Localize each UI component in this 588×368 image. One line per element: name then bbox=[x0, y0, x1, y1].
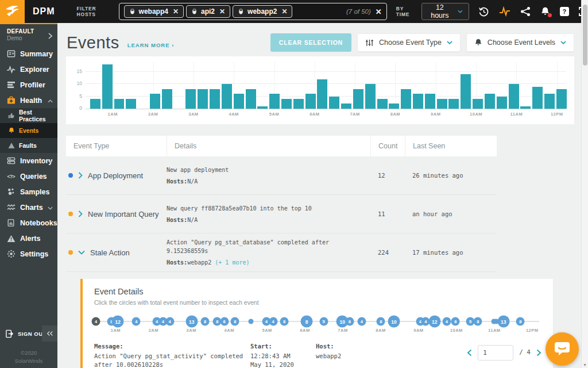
sidebar-item-summary[interactable]: Summary bbox=[0, 46, 57, 62]
histogram-bar[interactable] bbox=[437, 99, 447, 109]
histogram-bar[interactable] bbox=[365, 84, 376, 109]
timeline-event-circle[interactable]: 6 bbox=[220, 317, 229, 326]
timeline-event-circle[interactable]: 13 bbox=[497, 316, 509, 328]
histogram-bar[interactable] bbox=[556, 89, 567, 109]
timeline-event-circle[interactable]: 4 bbox=[357, 317, 366, 326]
table-row[interactable]: New Important Query New query ff88728a5e… bbox=[66, 195, 497, 233]
histogram-bar[interactable] bbox=[341, 103, 351, 109]
timeline-event-circle[interactable]: 4 bbox=[132, 317, 141, 326]
remove-host-icon[interactable]: ✕ bbox=[281, 7, 287, 16]
timeline-event-circle[interactable]: 8 bbox=[345, 317, 354, 326]
histogram-bar[interactable] bbox=[222, 84, 232, 109]
histogram-bar[interactable] bbox=[413, 94, 423, 109]
timeline-event-circle[interactable]: 13 bbox=[185, 316, 198, 328]
host-filter-input[interactable]: webapp4✕api2✕webapp2✕ (7 of 50) ✕ bbox=[119, 3, 387, 20]
timeline-event-circle[interactable]: 4 bbox=[92, 317, 100, 326]
sidebar-item-settings[interactable]: Settings bbox=[0, 246, 57, 262]
timeline-event-circle[interactable]: 12 bbox=[112, 316, 124, 328]
event-histogram-plot[interactable]: 051015 bbox=[86, 62, 566, 109]
timeline-event-circle[interactable]: 12 bbox=[428, 316, 440, 328]
histogram-bar[interactable] bbox=[234, 94, 244, 109]
learn-more-link[interactable]: LEARN MORE › bbox=[127, 42, 175, 48]
histogram-bar[interactable] bbox=[389, 103, 399, 109]
timeline-event-circle[interactable]: 4 bbox=[269, 317, 277, 326]
help-icon[interactable]: ? bbox=[560, 7, 569, 16]
histogram-bar[interactable] bbox=[485, 94, 495, 109]
scrollbar-thumb[interactable] bbox=[583, 5, 587, 66]
collapse-row-icon[interactable] bbox=[78, 250, 85, 255]
clear-all-hosts-icon[interactable]: ✕ bbox=[376, 7, 382, 16]
timeline-event-circle[interactable] bbox=[249, 319, 254, 324]
histogram-bar[interactable] bbox=[425, 94, 435, 109]
host-tag[interactable]: webapp2✕ bbox=[233, 5, 292, 18]
activity-pulse-icon[interactable] bbox=[499, 6, 510, 17]
histogram-bar[interactable] bbox=[198, 89, 208, 109]
histogram-bar[interactable] bbox=[246, 89, 256, 109]
sidebar-item-explorer[interactable]: Explorer bbox=[0, 62, 57, 77]
timeline-event-circle[interactable]: 6 bbox=[451, 317, 460, 326]
share-icon[interactable] bbox=[520, 6, 531, 17]
vertical-scrollbar[interactable]: ▾ bbox=[581, 0, 588, 368]
histogram-bar[interactable] bbox=[281, 99, 292, 109]
histogram-bar[interactable] bbox=[90, 99, 100, 109]
timeline-event-circle[interactable]: 4 bbox=[442, 317, 451, 326]
histogram-bar[interactable] bbox=[102, 64, 113, 109]
clear-selection-button[interactable]: CLEAR SELECTION bbox=[270, 33, 351, 52]
choose-event-levels-button[interactable]: Choose Event Levels bbox=[466, 33, 574, 52]
event-timeline[interactable]: 48124444138868448851084810441246581381AM… bbox=[94, 316, 541, 338]
account-switcher[interactable]: DEFAULT Demo bbox=[0, 24, 57, 46]
table-row[interactable]: Stale Action Action "Query pg_stat_datab… bbox=[66, 233, 497, 272]
next-page-icon[interactable] bbox=[536, 349, 541, 356]
refresh-interval-icon[interactable] bbox=[478, 6, 489, 17]
histogram-bar[interactable] bbox=[377, 99, 388, 109]
solarwinds-logo[interactable] bbox=[0, 0, 25, 23]
sidebar-item-health[interactable]: Health bbox=[0, 93, 57, 108]
host-tag[interactable]: api2✕ bbox=[186, 5, 230, 18]
sidebar-item-samples[interactable]: Samples bbox=[0, 184, 57, 200]
table-row[interactable]: App Deployment New app deployment Hosts:… bbox=[66, 156, 497, 195]
sidebar-item-queries[interactable]: <?> Queries bbox=[0, 168, 57, 184]
notifications-bell-icon[interactable] bbox=[540, 6, 550, 17]
sidebar-item-inventory[interactable]: Inventory bbox=[0, 153, 57, 168]
timeline-event-circle[interactable]: 8 bbox=[201, 317, 210, 326]
sign-out-button[interactable]: SIGN OUT bbox=[0, 325, 57, 342]
expand-row-icon[interactable] bbox=[78, 210, 83, 217]
sidebar-item-faults[interactable]: Faults bbox=[0, 138, 57, 153]
choose-event-type-button[interactable]: Choose Event Type bbox=[357, 33, 461, 52]
histogram-bar[interactable] bbox=[509, 84, 519, 109]
timeline-event-circle[interactable]: 8 bbox=[474, 317, 482, 326]
hosts-more-link[interactable]: (+ 1 more) bbox=[215, 259, 249, 266]
histogram-bar[interactable] bbox=[401, 89, 411, 109]
expand-row-icon[interactable] bbox=[78, 172, 83, 179]
histogram-bar[interactable] bbox=[520, 106, 531, 109]
chat-support-button[interactable] bbox=[546, 332, 579, 366]
timeline-event-circle[interactable]: 8 bbox=[280, 317, 289, 326]
histogram-bar[interactable] bbox=[293, 99, 304, 109]
histogram-bar[interactable] bbox=[544, 94, 555, 109]
histogram-bar[interactable] bbox=[305, 94, 316, 109]
histogram-bar[interactable] bbox=[162, 89, 172, 109]
timeline-event-circle[interactable]: 8 bbox=[301, 316, 313, 328]
timeline-event-circle[interactable]: 5 bbox=[319, 317, 328, 326]
remove-host-icon[interactable]: ✕ bbox=[173, 7, 179, 16]
sidebar-item-alerts[interactable]: Alerts bbox=[0, 231, 57, 246]
histogram-bar[interactable] bbox=[317, 79, 327, 109]
collapse-sidebar-button[interactable] bbox=[42, 325, 57, 342]
histogram-bar[interactable] bbox=[353, 89, 363, 109]
prev-page-icon[interactable] bbox=[467, 349, 472, 356]
time-range-dropdown[interactable]: 12 hours bbox=[421, 3, 469, 20]
histogram-bar[interactable] bbox=[185, 89, 196, 109]
sidebar-item-notebooks[interactable]: Notebooks bbox=[0, 215, 57, 231]
host-tag[interactable]: webapp4✕ bbox=[124, 5, 184, 18]
histogram-bar[interactable] bbox=[461, 74, 471, 109]
sidebar-item-best-practices[interactable]: Best Practices bbox=[0, 108, 57, 123]
histogram-bar[interactable] bbox=[210, 89, 220, 109]
timeline-event-circle[interactable]: 8 bbox=[377, 317, 385, 326]
timeline-event-circle[interactable]: 8 bbox=[231, 317, 239, 326]
sidebar-item-charts[interactable]: Charts bbox=[0, 200, 57, 215]
histogram-bar[interactable] bbox=[329, 97, 339, 109]
timeline-event-circle[interactable]: 10 bbox=[388, 316, 400, 328]
scrollbar-down-arrow[interactable]: ▾ bbox=[582, 362, 588, 367]
histogram-bar[interactable] bbox=[150, 94, 160, 109]
histogram-bar[interactable] bbox=[257, 106, 268, 109]
